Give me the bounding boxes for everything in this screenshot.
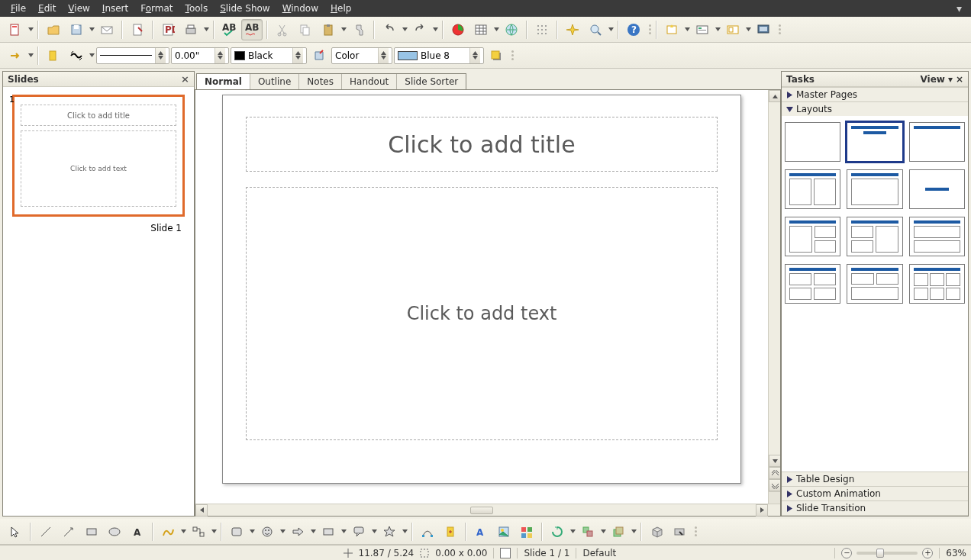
flowchart-tool[interactable] xyxy=(318,521,339,542)
block-arrows-tool[interactable] xyxy=(287,521,308,542)
line-style-button-2[interactable] xyxy=(66,45,87,66)
tasks-view-dropdown-icon[interactable]: ▾ xyxy=(948,74,953,85)
align-dropdown[interactable] xyxy=(600,529,606,533)
area-style-button[interactable] xyxy=(308,45,330,66)
zoom-slider[interactable] xyxy=(856,552,918,555)
area-style-combo[interactable]: Color xyxy=(331,47,392,64)
horizontal-scrollbar[interactable] xyxy=(195,504,780,516)
tab-normal[interactable]: Normal xyxy=(197,74,250,89)
tasks-view-menu[interactable]: View xyxy=(920,74,944,85)
autospellcheck-button[interactable]: ABC xyxy=(241,19,263,40)
save-dropdown[interactable] xyxy=(89,27,95,31)
title-placeholder[interactable]: Click to add title xyxy=(246,117,718,172)
interaction-tool[interactable] xyxy=(669,521,690,542)
menu-file[interactable]: File xyxy=(5,1,32,16)
rectangle-tool[interactable] xyxy=(81,521,102,542)
vertical-scrollbar[interactable] xyxy=(768,90,780,504)
stars-tool[interactable] xyxy=(379,521,400,542)
layout-2col-left2[interactable] xyxy=(847,217,902,256)
shadow-button[interactable] xyxy=(486,45,507,66)
rotate-dropdown[interactable] xyxy=(569,529,576,533)
print-dropdown[interactable] xyxy=(203,27,209,31)
layout-4content[interactable] xyxy=(785,264,840,304)
print-button[interactable] xyxy=(180,19,202,40)
tasks-close-icon[interactable]: × xyxy=(956,74,963,85)
undo-dropdown[interactable] xyxy=(402,27,408,31)
section-master-pages[interactable]: Master Pages xyxy=(782,87,968,101)
ellipse-tool[interactable] xyxy=(104,521,125,542)
tab-notes[interactable]: Notes xyxy=(299,74,342,89)
arrow-line-tool[interactable] xyxy=(58,521,79,542)
table-dropdown[interactable] xyxy=(493,27,499,31)
arrange-dropdown[interactable] xyxy=(631,529,637,533)
chart-button[interactable] xyxy=(447,19,469,40)
layout-2row[interactable] xyxy=(909,217,965,256)
line-style-button[interactable] xyxy=(43,45,64,66)
slide-design-button[interactable] xyxy=(692,19,713,40)
line-width-combo[interactable]: 0.00" xyxy=(171,47,229,64)
zoom-button[interactable] xyxy=(585,19,606,40)
extrusion-tool[interactable] xyxy=(646,521,667,542)
slideshow-button[interactable] xyxy=(753,19,774,40)
menu-help[interactable]: Help xyxy=(324,1,357,16)
layout-blank[interactable] xyxy=(785,122,840,162)
menu-slideshow[interactable]: Slide Show xyxy=(214,1,276,16)
glue-points-tool[interactable] xyxy=(440,521,461,542)
line-style-combo[interactable] xyxy=(96,47,169,64)
line-style-dropdown[interactable] xyxy=(89,53,95,57)
menu-insert[interactable]: Insert xyxy=(96,1,134,16)
layout-title-only[interactable] xyxy=(909,122,965,162)
points-tool[interactable] xyxy=(417,521,438,542)
zoom-in-icon[interactable]: + xyxy=(922,548,933,558)
minimize-icon[interactable]: ▾ xyxy=(952,2,966,14)
canvas[interactable]: Click to add title Click to add text xyxy=(195,90,768,504)
basic-shapes-tool[interactable] xyxy=(226,521,247,542)
tab-outline[interactable]: Outline xyxy=(250,74,299,89)
fill-color-combo[interactable]: Blue 8 xyxy=(394,47,484,64)
paste-dropdown[interactable] xyxy=(340,27,347,31)
symbol-shapes-dropdown[interactable] xyxy=(279,529,285,533)
arrow-style-dropdown[interactable] xyxy=(27,53,34,57)
from-file-tool[interactable] xyxy=(493,521,515,542)
undo-button[interactable] xyxy=(379,19,400,40)
section-slide-transition[interactable]: Slide Transition xyxy=(782,500,968,516)
layout-6content[interactable] xyxy=(909,264,965,304)
hyperlink-button[interactable] xyxy=(501,19,522,40)
fontwork-tool[interactable]: A xyxy=(470,521,492,542)
zoom-out-icon[interactable]: − xyxy=(841,548,852,558)
slide-dropdown[interactable] xyxy=(684,27,690,31)
line-tool[interactable] xyxy=(35,521,56,542)
next-slide-icon[interactable] xyxy=(769,479,780,491)
status-zoom[interactable]: 63% xyxy=(946,548,966,558)
menu-tools[interactable]: Tools xyxy=(179,1,215,16)
flowchart-dropdown[interactable] xyxy=(340,529,347,533)
slide-thumb-1[interactable]: 1 Click to add title Click to add text xyxy=(3,87,194,220)
menu-view[interactable]: View xyxy=(62,1,95,16)
help-button[interactable]: ? xyxy=(623,19,644,40)
stars-dropdown[interactable] xyxy=(402,529,408,533)
align-tool[interactable] xyxy=(577,521,598,542)
block-arrows-dropdown[interactable] xyxy=(310,529,316,533)
email-button[interactable] xyxy=(96,19,118,40)
cut-button[interactable] xyxy=(272,19,293,40)
spellcheck-button[interactable]: ABC xyxy=(218,19,240,40)
prev-slide-icon[interactable] xyxy=(769,467,780,479)
table-button[interactable] xyxy=(470,19,492,40)
redo-dropdown[interactable] xyxy=(432,27,438,31)
copy-button[interactable] xyxy=(295,19,316,40)
select-tool[interactable] xyxy=(5,521,26,542)
section-layouts[interactable]: Layouts xyxy=(782,101,968,116)
layout-title-1content[interactable] xyxy=(847,169,902,209)
layout-title-content[interactable] xyxy=(847,122,902,162)
layout-centered[interactable] xyxy=(909,169,965,209)
symbol-shapes-tool[interactable] xyxy=(256,521,278,542)
curve-dropdown[interactable] xyxy=(180,529,186,533)
basic-shapes-dropdown[interactable] xyxy=(249,529,255,533)
content-placeholder[interactable]: Click to add text xyxy=(246,187,718,440)
callouts-dropdown[interactable] xyxy=(371,529,377,533)
callouts-tool[interactable] xyxy=(348,521,369,542)
toolbar-grip[interactable] xyxy=(647,21,652,38)
tab-handout[interactable]: Handout xyxy=(342,74,397,89)
format-paintbrush-button[interactable] xyxy=(348,19,369,40)
redo-button[interactable] xyxy=(409,19,431,40)
